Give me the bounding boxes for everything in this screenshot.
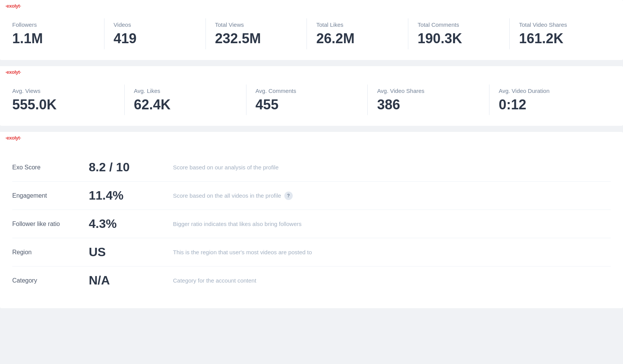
avg-stat-item: Avg. Views 555.0K xyxy=(12,84,125,115)
exo-content: Exo Score 8.2 / 10 Score based on our an… xyxy=(0,132,623,308)
logo-tab-1: ·exolyt· xyxy=(0,0,26,11)
exo-row-desc: Bigger ratio indicates that likes also b… xyxy=(173,221,302,227)
stat-label: Total Comments xyxy=(418,21,500,28)
total-stats-section: ·exolyt· Followers 1.1M Videos 419 Total… xyxy=(0,0,623,60)
exo-row-label: Engagement xyxy=(12,192,89,199)
stat-value: 1.1M xyxy=(12,31,95,46)
avg-stat-value: 555.0K xyxy=(12,97,115,112)
stat-value: 26.2M xyxy=(316,31,399,46)
total-stat-item: Followers 1.1M xyxy=(12,18,104,49)
exo-row-desc: Category for the account content xyxy=(173,277,256,284)
stat-value: 232.5M xyxy=(215,31,298,46)
logo-tab-3: ·exolyt· xyxy=(0,132,26,143)
exo-row-value: N/A xyxy=(89,273,173,288)
stat-value: 419 xyxy=(114,31,196,46)
exo-score-section: ·exolyt· Exo Score 8.2 / 10 Score based … xyxy=(0,132,623,308)
avg-stat-label: Avg. Video Duration xyxy=(499,88,602,94)
avg-stat-item: Avg. Likes 62.4K xyxy=(134,84,246,115)
exo-row-label: Follower like ratio xyxy=(12,221,89,227)
exo-row-value: 8.2 / 10 xyxy=(89,160,173,174)
logo-2: ·exolyt· xyxy=(5,69,21,75)
stat-label: Total Video Shares xyxy=(519,21,602,28)
stat-label: Followers xyxy=(12,21,95,28)
exo-row-label: Exo Score xyxy=(12,164,89,171)
total-stat-item: Total Likes 26.2M xyxy=(316,18,408,49)
exo-row-desc: Score based on the all videos in the pro… xyxy=(173,192,293,200)
avg-stat-value: 386 xyxy=(377,97,480,112)
exo-row-value: 11.4% xyxy=(89,188,173,203)
avg-stats-section: ·exolyt· Avg. Views 555.0K Avg. Likes 62… xyxy=(0,66,623,126)
total-stat-item: Videos 419 xyxy=(114,18,206,49)
stat-label: Total Views xyxy=(215,21,298,28)
stat-value: 190.3K xyxy=(418,31,500,46)
exo-row: Exo Score 8.2 / 10 Score based on our an… xyxy=(12,153,611,182)
avg-stat-item: Avg. Comments 455 xyxy=(256,84,368,115)
avg-stat-item: Avg. Video Duration 0:12 xyxy=(499,84,611,115)
exo-row-desc: This is the region that user's most vide… xyxy=(173,249,312,255)
exo-row-label: Region xyxy=(12,249,89,256)
exo-row: Category N/A Category for the account co… xyxy=(12,266,611,294)
exo-row: Engagement 11.4% Score based on the all … xyxy=(12,182,611,210)
avg-stat-value: 62.4K xyxy=(134,97,237,112)
avg-stat-label: Avg. Video Shares xyxy=(377,88,480,94)
exo-row: Region US This is the region that user's… xyxy=(12,238,611,266)
stat-label: Videos xyxy=(114,21,196,28)
avg-stat-item: Avg. Video Shares 386 xyxy=(377,84,489,115)
total-stat-item: Total Comments 190.3K xyxy=(418,18,510,49)
stat-value: 161.2K xyxy=(519,31,602,46)
help-badge[interactable]: ? xyxy=(284,192,293,200)
total-stats-row: Followers 1.1M Videos 419 Total Views 23… xyxy=(0,0,623,60)
avg-stat-value: 455 xyxy=(256,97,359,112)
avg-stat-label: Avg. Comments xyxy=(256,88,359,94)
exo-row-value: US xyxy=(89,245,173,259)
exo-row-desc: Score based on our analysis of the profi… xyxy=(173,164,279,171)
avg-stat-label: Avg. Likes xyxy=(134,88,237,94)
exo-row-label: Category xyxy=(12,277,89,284)
avg-stat-value: 0:12 xyxy=(499,97,602,112)
logo-1: ·exolyt· xyxy=(5,3,21,9)
avg-stat-label: Avg. Views xyxy=(12,88,115,94)
exo-row-value: 4.3% xyxy=(89,217,173,231)
stat-label: Total Likes xyxy=(316,21,399,28)
avg-stats-row: Avg. Views 555.0K Avg. Likes 62.4K Avg. … xyxy=(0,66,623,126)
logo-3: ·exolyt· xyxy=(5,135,21,141)
total-stat-item: Total Views 232.5M xyxy=(215,18,307,49)
exo-row: Follower like ratio 4.3% Bigger ratio in… xyxy=(12,210,611,238)
logo-tab-2: ·exolyt· xyxy=(0,66,26,78)
total-stat-item: Total Video Shares 161.2K xyxy=(519,18,611,49)
